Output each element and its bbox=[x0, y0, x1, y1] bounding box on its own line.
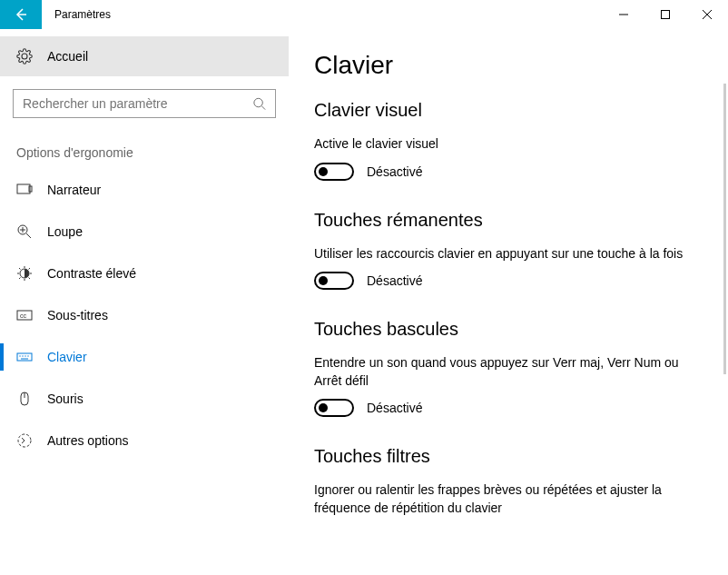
sidebar-item-autres[interactable]: Autres options bbox=[0, 420, 289, 461]
back-button[interactable] bbox=[0, 0, 42, 29]
sidebar-item-label: Souris bbox=[47, 392, 84, 406]
toggle-label: Désactivé bbox=[367, 273, 422, 288]
maximize-button[interactable] bbox=[644, 0, 686, 29]
sidebar-item-label: Clavier bbox=[47, 350, 87, 364]
svg-line-18 bbox=[19, 268, 21, 270]
svg-point-27 bbox=[25, 355, 25, 356]
svg-rect-24 bbox=[17, 353, 32, 361]
toggle-clavier-visuel[interactable] bbox=[314, 163, 354, 181]
svg-point-28 bbox=[27, 355, 28, 356]
svg-line-6 bbox=[261, 106, 265, 110]
svg-point-5 bbox=[254, 98, 262, 106]
arrow-left-icon bbox=[14, 7, 28, 22]
narrator-icon bbox=[16, 182, 33, 198]
maximize-icon bbox=[661, 10, 670, 19]
svg-line-21 bbox=[29, 268, 31, 270]
section-title: Touches bascules bbox=[314, 319, 703, 340]
section-touches-remanentes: Touches rémanentes Utiliser les raccourc… bbox=[314, 210, 703, 291]
sidebar-item-label: Contraste élevé bbox=[47, 266, 136, 281]
category-label: Options d'ergonomie bbox=[16, 145, 289, 160]
sidebar-item-loupe[interactable]: Loupe bbox=[0, 211, 289, 253]
svg-line-10 bbox=[26, 233, 31, 238]
gear-icon bbox=[16, 48, 33, 64]
search-field[interactable] bbox=[23, 96, 252, 111]
svg-rect-7 bbox=[17, 184, 30, 193]
svg-text:cc: cc bbox=[20, 312, 27, 319]
page-heading: Clavier bbox=[314, 51, 703, 80]
sidebar-item-soustitres[interactable]: cc Sous-titres bbox=[0, 294, 289, 336]
section-touches-bascules: Touches bascules Entendre un son quand v… bbox=[314, 319, 703, 417]
sidebar-item-label: Autres options bbox=[47, 433, 129, 448]
svg-line-19 bbox=[29, 278, 31, 280]
content-area: Clavier Clavier visuel Active le clavier… bbox=[289, 29, 728, 575]
section-title: Touches filtres bbox=[314, 446, 703, 467]
sidebar: Accueil Options d'ergonomie Narrateur Lo… bbox=[0, 29, 289, 575]
toggle-touches-remanentes[interactable] bbox=[314, 272, 354, 290]
close-icon bbox=[703, 10, 712, 19]
section-touches-filtres: Touches filtres Ignorer ou ralentir les … bbox=[314, 446, 703, 517]
contrast-icon bbox=[16, 265, 33, 282]
section-desc: Active le clavier visuel bbox=[314, 135, 703, 154]
sidebar-item-contraste[interactable]: Contraste élevé bbox=[0, 253, 289, 294]
options-icon bbox=[16, 432, 33, 449]
sidebar-item-narrateur[interactable]: Narrateur bbox=[0, 169, 289, 211]
section-title: Clavier visuel bbox=[314, 100, 703, 121]
minimize-icon bbox=[619, 10, 628, 19]
magnifier-icon bbox=[16, 223, 33, 240]
section-desc: Utiliser les raccourcis clavier en appuy… bbox=[314, 245, 703, 263]
toggle-touches-bascules[interactable] bbox=[314, 399, 354, 417]
svg-line-20 bbox=[19, 278, 21, 280]
search-input[interactable] bbox=[13, 89, 276, 118]
captions-icon: cc bbox=[16, 307, 33, 323]
titlebar: Paramètres bbox=[0, 0, 728, 29]
keyboard-icon bbox=[16, 349, 33, 365]
section-title: Touches rémanentes bbox=[314, 210, 703, 231]
sidebar-item-label: Sous-titres bbox=[47, 308, 108, 322]
home-label: Accueil bbox=[47, 49, 88, 64]
svg-point-26 bbox=[22, 355, 23, 356]
search-icon bbox=[252, 96, 266, 111]
window-controls bbox=[603, 0, 728, 29]
home-button[interactable]: Accueil bbox=[0, 36, 289, 76]
toggle-label: Désactivé bbox=[367, 164, 422, 179]
mouse-icon bbox=[16, 391, 33, 407]
section-desc: Entendre un son quand vous appuyez sur V… bbox=[314, 354, 703, 390]
minimize-button[interactable] bbox=[603, 0, 644, 29]
svg-rect-2 bbox=[662, 11, 670, 19]
sidebar-item-label: Loupe bbox=[47, 224, 83, 239]
sidebar-item-clavier[interactable]: Clavier bbox=[0, 336, 289, 378]
sidebar-item-label: Narrateur bbox=[47, 183, 101, 197]
scrollbar[interactable] bbox=[723, 84, 726, 374]
sidebar-item-souris[interactable]: Souris bbox=[0, 378, 289, 420]
svg-point-25 bbox=[19, 355, 20, 356]
toggle-label: Désactivé bbox=[367, 401, 422, 415]
close-button[interactable] bbox=[686, 0, 728, 29]
section-clavier-visuel: Clavier visuel Active le clavier visuel … bbox=[314, 100, 703, 181]
window-title: Paramètres bbox=[42, 0, 603, 29]
section-desc: Ignorer ou ralentir les frappes brèves o… bbox=[314, 481, 703, 517]
